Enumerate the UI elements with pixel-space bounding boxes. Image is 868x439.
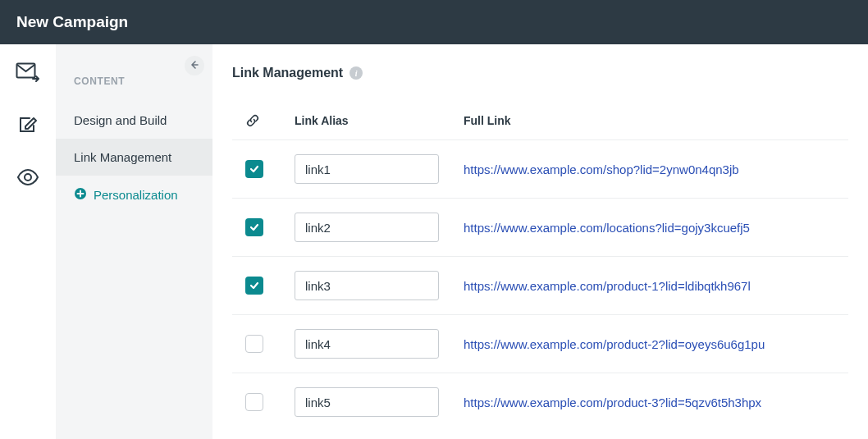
column-header-full: Full Link bbox=[464, 114, 848, 127]
cell-alias bbox=[295, 387, 464, 417]
sidebar-item-personalization[interactable]: Personalization bbox=[56, 176, 212, 214]
row-checkbox[interactable] bbox=[245, 393, 263, 411]
table-row: https://www.example.com/product-3?lid=5q… bbox=[232, 373, 848, 431]
iconbar-edit[interactable] bbox=[13, 112, 43, 141]
sidebar-item-label: Link Management bbox=[74, 150, 171, 164]
iconbar-send[interactable] bbox=[13, 59, 43, 89]
column-header-alias: Link Alias bbox=[295, 114, 464, 127]
layout: CONTENT Design and BuildLink ManagementP… bbox=[0, 44, 868, 439]
iconbar-preview[interactable] bbox=[13, 164, 43, 194]
sidebar-item-link-management[interactable]: Link Management bbox=[56, 139, 212, 176]
page-title: New Campaign bbox=[16, 13, 128, 31]
cell-alias bbox=[295, 329, 464, 359]
main-title: Link Management i bbox=[232, 66, 848, 80]
envelope-send-icon bbox=[16, 62, 40, 85]
cell-full-link: https://www.example.com/shop?lid=2ynw0n4… bbox=[464, 162, 848, 176]
table-row: https://www.example.com/shop?lid=2ynw0n4… bbox=[232, 139, 848, 198]
main-title-text: Link Management bbox=[232, 66, 343, 80]
link-icon bbox=[245, 113, 260, 128]
row-checkbox[interactable] bbox=[245, 277, 263, 295]
link-alias-input[interactable] bbox=[295, 329, 439, 359]
cell-checkbox bbox=[245, 277, 295, 295]
cell-full-link: https://www.example.com/product-1?lid=ld… bbox=[464, 279, 848, 293]
link-alias-input[interactable] bbox=[295, 213, 439, 242]
cell-full-link: https://www.example.com/product-3?lid=5q… bbox=[464, 396, 848, 409]
svg-point-1 bbox=[25, 174, 31, 181]
cell-full-link: https://www.example.com/locations?lid=go… bbox=[464, 221, 848, 235]
full-link[interactable]: https://www.example.com/product-2?lid=oy… bbox=[464, 337, 765, 351]
cell-checkbox bbox=[245, 160, 295, 178]
iconbar bbox=[0, 44, 56, 439]
row-checkbox[interactable] bbox=[245, 218, 263, 236]
link-alias-input[interactable] bbox=[295, 154, 439, 184]
cell-checkbox bbox=[245, 218, 295, 236]
cell-full-link: https://www.example.com/product-2?lid=oy… bbox=[464, 337, 848, 351]
table-row: https://www.example.com/product-1?lid=ld… bbox=[232, 256, 848, 314]
table-row: https://www.example.com/locations?lid=go… bbox=[232, 198, 848, 256]
table-row: https://www.example.com/product-2?lid=oy… bbox=[232, 314, 848, 373]
table-header-row: Link Alias Full Link bbox=[232, 102, 848, 139]
link-alias-input[interactable] bbox=[295, 387, 439, 417]
app-header: New Campaign bbox=[0, 0, 868, 44]
cell-alias bbox=[295, 271, 464, 300]
plus-circle-icon bbox=[74, 187, 87, 203]
full-link[interactable]: https://www.example.com/shop?lid=2ynw0n4… bbox=[464, 162, 739, 176]
main-content: Link Management i Link Alias Full Link h… bbox=[212, 44, 868, 439]
row-checkbox[interactable] bbox=[245, 335, 263, 353]
sidebar: CONTENT Design and BuildLink ManagementP… bbox=[56, 44, 212, 439]
sidebar-collapse-button[interactable] bbox=[185, 56, 204, 75]
sidebar-item-design-and-build[interactable]: Design and Build bbox=[56, 102, 212, 139]
cell-checkbox bbox=[245, 335, 295, 353]
info-icon[interactable]: i bbox=[349, 66, 363, 80]
edit-icon bbox=[17, 114, 39, 139]
eye-icon bbox=[16, 169, 39, 189]
arrow-left-icon bbox=[190, 58, 199, 73]
full-link[interactable]: https://www.example.com/product-3?lid=5q… bbox=[464, 396, 761, 409]
sidebar-item-label: Personalization bbox=[94, 188, 178, 202]
cell-alias bbox=[295, 154, 464, 184]
full-link[interactable]: https://www.example.com/product-1?lid=ld… bbox=[464, 279, 751, 293]
link-alias-input[interactable] bbox=[295, 271, 439, 300]
link-table: Link Alias Full Link https://www.example… bbox=[232, 102, 848, 431]
cell-checkbox bbox=[245, 393, 295, 411]
cell-alias bbox=[295, 213, 464, 242]
full-link[interactable]: https://www.example.com/locations?lid=go… bbox=[464, 221, 750, 235]
row-checkbox[interactable] bbox=[245, 160, 263, 178]
sidebar-item-label: Design and Build bbox=[74, 113, 167, 127]
column-header-checkbox bbox=[245, 113, 295, 128]
